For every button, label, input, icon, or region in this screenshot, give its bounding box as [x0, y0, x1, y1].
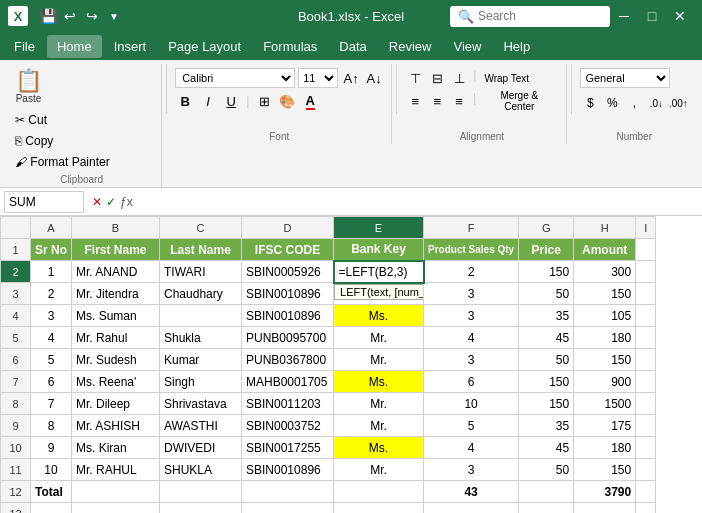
left-align-button[interactable]: ≡	[405, 91, 425, 111]
col-header-i[interactable]: I	[636, 217, 656, 239]
italic-button[interactable]: I	[198, 91, 218, 111]
cell-i11[interactable]	[636, 459, 656, 481]
cell-d12[interactable]	[242, 481, 334, 503]
cell-e11[interactable]: Mr.	[334, 459, 424, 481]
close-button[interactable]: ✕	[666, 6, 694, 26]
menu-insert[interactable]: Insert	[104, 35, 157, 58]
minimize-button[interactable]: ─	[610, 6, 638, 26]
cell-i7[interactable]	[636, 371, 656, 393]
cell-c8[interactable]: Shrivastava	[160, 393, 242, 415]
cell-d5[interactable]: PUNB0095700	[242, 327, 334, 349]
cell-e1[interactable]: Bank Key	[334, 239, 424, 261]
cell-e8[interactable]: Mr.	[334, 393, 424, 415]
cell-h6[interactable]: 150	[574, 349, 636, 371]
increase-decimal-button[interactable]: .00↑	[668, 93, 688, 113]
cell-e9[interactable]: Mr.	[334, 415, 424, 437]
menu-review[interactable]: Review	[379, 35, 442, 58]
redo-icon[interactable]: ↪	[82, 6, 102, 26]
wrap-text-button[interactable]: Wrap Text	[480, 68, 533, 88]
underline-button[interactable]: U	[221, 91, 241, 111]
cut-button[interactable]: ✂ Cut	[10, 110, 115, 130]
cell-c11[interactable]: SHUKLA	[160, 459, 242, 481]
search-input[interactable]	[478, 9, 608, 23]
cell-i10[interactable]	[636, 437, 656, 459]
cell-g10[interactable]: 45	[519, 437, 574, 459]
confirm-icon[interactable]: ✓	[106, 195, 116, 209]
cell-d2[interactable]: SBIN0005926	[242, 261, 334, 283]
percent-button[interactable]: %	[602, 93, 622, 113]
cell-i5[interactable]	[636, 327, 656, 349]
cell-b4[interactable]: Ms. Suman	[72, 305, 160, 327]
cell-g2[interactable]: 150	[519, 261, 574, 283]
cell-g11[interactable]: 50	[519, 459, 574, 481]
bold-button[interactable]: B	[175, 91, 195, 111]
col-header-e[interactable]: E	[334, 217, 424, 239]
cell-d10[interactable]: SBIN0017255	[242, 437, 334, 459]
cell-g9[interactable]: 35	[519, 415, 574, 437]
cell-h7[interactable]: 900	[574, 371, 636, 393]
cell-f4[interactable]: 3	[424, 305, 519, 327]
cell-a7[interactable]: 6	[31, 371, 72, 393]
middle-align-button[interactable]: ⊟	[427, 68, 447, 88]
cell-h5[interactable]: 180	[574, 327, 636, 349]
cell-b11[interactable]: Mr. RAHUL	[72, 459, 160, 481]
cell-f11[interactable]: 3	[424, 459, 519, 481]
cell-a10[interactable]: 9	[31, 437, 72, 459]
cell-h2[interactable]: 300	[574, 261, 636, 283]
format-painter-button[interactable]: 🖌 Format Painter	[10, 152, 115, 172]
cell-i12[interactable]	[636, 481, 656, 503]
col-header-b[interactable]: B	[72, 217, 160, 239]
cell-c1[interactable]: Last Name	[160, 239, 242, 261]
cell-a4[interactable]: 3	[31, 305, 72, 327]
cell-a5[interactable]: 4	[31, 327, 72, 349]
cell-e6[interactable]: Mr.	[334, 349, 424, 371]
center-align-button[interactable]: ≡	[427, 91, 447, 111]
cancel-icon[interactable]: ✕	[92, 195, 102, 209]
cell-c5[interactable]: Shukla	[160, 327, 242, 349]
decrease-decimal-button[interactable]: .0↓	[646, 93, 666, 113]
cell-b5[interactable]: Mr. Rahul	[72, 327, 160, 349]
menu-help[interactable]: Help	[493, 35, 540, 58]
cell-i3[interactable]	[636, 283, 656, 305]
cell-i9[interactable]	[636, 415, 656, 437]
cell-b6[interactable]: Mr. Sudesh	[72, 349, 160, 371]
cell-d4[interactable]: SBIN0010896	[242, 305, 334, 327]
cell-c12[interactable]	[160, 481, 242, 503]
col-header-a[interactable]: A	[31, 217, 72, 239]
cell-e4[interactable]: Ms.	[334, 305, 424, 327]
cell-a9[interactable]: 8	[31, 415, 72, 437]
formula-input[interactable]: =LEFT(B2,3)	[137, 191, 698, 213]
cell-g1[interactable]: Price	[519, 239, 574, 261]
undo-icon[interactable]: ↩	[60, 6, 80, 26]
cell-a13[interactable]	[31, 503, 72, 514]
cell-e5[interactable]: Mr.	[334, 327, 424, 349]
col-header-g[interactable]: G	[519, 217, 574, 239]
cell-f10[interactable]: 4	[424, 437, 519, 459]
search-box[interactable]: 🔍	[450, 6, 610, 27]
cell-f9[interactable]: 5	[424, 415, 519, 437]
cell-i4[interactable]	[636, 305, 656, 327]
col-header-h[interactable]: H	[574, 217, 636, 239]
cell-b7[interactable]: Ms. Reena'	[72, 371, 160, 393]
cell-h10[interactable]: 180	[574, 437, 636, 459]
cell-a3[interactable]: 2	[31, 283, 72, 305]
cell-g12[interactable]	[519, 481, 574, 503]
cell-d1[interactable]: IFSC CODE	[242, 239, 334, 261]
cell-i8[interactable]	[636, 393, 656, 415]
cell-h11[interactable]: 150	[574, 459, 636, 481]
font-size-select[interactable]: 11	[298, 68, 338, 88]
border-button[interactable]: ⊞	[254, 91, 274, 111]
right-align-button[interactable]: ≡	[449, 91, 469, 111]
cell-e7[interactable]: Ms.	[334, 371, 424, 393]
cell-c9[interactable]: AWASTHI	[160, 415, 242, 437]
cell-c13[interactable]	[160, 503, 242, 514]
cell-b3[interactable]: Mr. Jitendra	[72, 283, 160, 305]
cell-b8[interactable]: Mr. Dileep	[72, 393, 160, 415]
cell-e2[interactable]: =LEFT(B2,3)	[334, 261, 424, 283]
cell-f7[interactable]: 6	[424, 371, 519, 393]
cell-d11[interactable]: SBIN0010896	[242, 459, 334, 481]
cell-c7[interactable]: Singh	[160, 371, 242, 393]
customize-icon[interactable]: ▼	[104, 6, 124, 26]
cell-h8[interactable]: 1500	[574, 393, 636, 415]
col-header-c[interactable]: C	[160, 217, 242, 239]
